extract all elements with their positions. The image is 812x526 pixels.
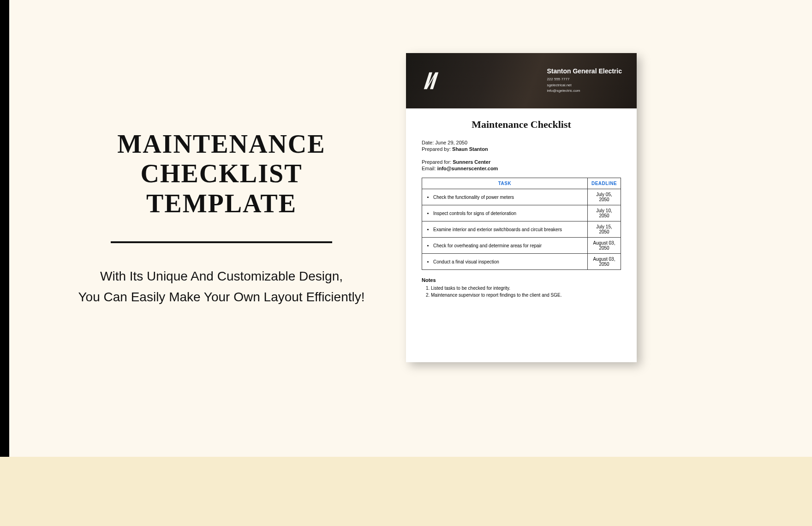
table-row: Examine interior and exterior switchboar… bbox=[422, 221, 621, 238]
meta-email: Email: info@sunnerscenter.com bbox=[422, 166, 621, 171]
notes-list: Listed tasks to be checked for integrity… bbox=[431, 285, 621, 299]
subtitle-line-2: You Can Easily Make Your Own Layout Effi… bbox=[55, 287, 388, 308]
document-preview: Stanton General Electric 222 555 7777 sg… bbox=[406, 53, 637, 362]
cell-task: Check the functionality of power meters bbox=[422, 189, 588, 205]
document-header: Stanton General Electric 222 555 7777 sg… bbox=[406, 53, 637, 108]
table-row: Conduct a final visual inspection August… bbox=[422, 254, 621, 270]
th-task: TASK bbox=[422, 178, 588, 189]
meta-date-value: June 29, 2050 bbox=[435, 140, 467, 145]
left-pane: MAINTENANCE CHECKLIST TEMPLATE With Its … bbox=[0, 0, 388, 526]
document-preview-wrap: Stanton General Electric 222 555 7777 sg… bbox=[406, 53, 637, 362]
title-divider bbox=[111, 241, 332, 243]
meta-email-label: Email: bbox=[422, 166, 436, 171]
page-title: MAINTENANCE CHECKLIST TEMPLATE bbox=[55, 129, 388, 218]
title-line-1: MAINTENANCE CHECKLIST bbox=[55, 129, 388, 189]
meta-date: Date: June 29, 2050 bbox=[422, 140, 621, 145]
company-logo-icon bbox=[421, 69, 444, 92]
meta-prepared-by-value: Shaun Stanton bbox=[452, 146, 488, 152]
meta-prepared-for: Prepared for: Sunners Center bbox=[422, 159, 621, 165]
note-item: Maintenance supervisor to report finding… bbox=[431, 292, 621, 299]
company-name: Stanton General Electric bbox=[547, 67, 622, 75]
meta-email-value: info@sunnerscenter.com bbox=[437, 166, 498, 171]
cell-task: Inspect controls for signs of deteriorat… bbox=[422, 205, 588, 221]
meta-prepared-for-value: Sunners Center bbox=[453, 159, 490, 165]
logo-wrap bbox=[421, 69, 444, 92]
task-text: Examine interior and exterior switchboar… bbox=[433, 227, 585, 232]
cell-deadline: August 03, 2050 bbox=[588, 238, 621, 254]
company-phone: 222 555 7777 bbox=[547, 77, 622, 83]
task-text: Inspect controls for signs of deteriorat… bbox=[433, 211, 585, 216]
document-title: Maintenance Checklist bbox=[422, 119, 621, 131]
subtitle-line-1: With Its Unique And Customizable Design, bbox=[55, 266, 388, 287]
subtitle: With Its Unique And Customizable Design,… bbox=[55, 266, 388, 308]
cell-deadline: July 05, 2050 bbox=[588, 189, 621, 205]
meta-prepared-for-label: Prepared for: bbox=[422, 159, 451, 165]
table-header-row: TASK DEADLINE bbox=[422, 178, 621, 189]
meta-block-2: Prepared for: Sunners Center Email: info… bbox=[422, 159, 621, 171]
table-row: Inspect controls for signs of deteriorat… bbox=[422, 205, 621, 221]
cell-deadline: July 15, 2050 bbox=[588, 221, 621, 238]
company-block: Stanton General Electric 222 555 7777 sg… bbox=[547, 67, 622, 94]
task-text: Check for overheating and determine area… bbox=[433, 243, 585, 248]
table-row: Check for overheating and determine area… bbox=[422, 238, 621, 254]
cell-task: Conduct a final visual inspection bbox=[422, 254, 588, 270]
company-website: sgelectrical.net bbox=[547, 83, 622, 89]
task-text: Conduct a final visual inspection bbox=[433, 259, 585, 264]
cell-task: Examine interior and exterior switchboar… bbox=[422, 221, 588, 238]
meta-prepared-by-label: Prepared by: bbox=[422, 146, 451, 152]
cell-deadline: July 10, 2050 bbox=[588, 205, 621, 221]
cell-task: Check for overheating and determine area… bbox=[422, 238, 588, 254]
main-layout: MAINTENANCE CHECKLIST TEMPLATE With Its … bbox=[0, 0, 812, 526]
th-deadline: DEADLINE bbox=[588, 178, 621, 189]
meta-date-label: Date: bbox=[422, 140, 434, 145]
note-item: Listed tasks to be checked for integrity… bbox=[431, 285, 621, 292]
title-line-2: TEMPLATE bbox=[55, 189, 388, 218]
task-text: Check the functionality of power meters bbox=[433, 195, 585, 200]
meta-block-1: Date: June 29, 2050 Prepared by: Shaun S… bbox=[422, 140, 621, 152]
checklist-table: TASK DEADLINE Check the functionality of… bbox=[422, 178, 621, 270]
notes-title: Notes bbox=[422, 277, 621, 283]
company-email: info@sgelectric.com bbox=[547, 88, 622, 94]
table-row: Check the functionality of power meters … bbox=[422, 189, 621, 205]
document-body: Maintenance Checklist Date: June 29, 205… bbox=[406, 108, 637, 362]
cell-deadline: August 03, 2050 bbox=[588, 254, 621, 270]
meta-prepared-by: Prepared by: Shaun Stanton bbox=[422, 146, 621, 152]
